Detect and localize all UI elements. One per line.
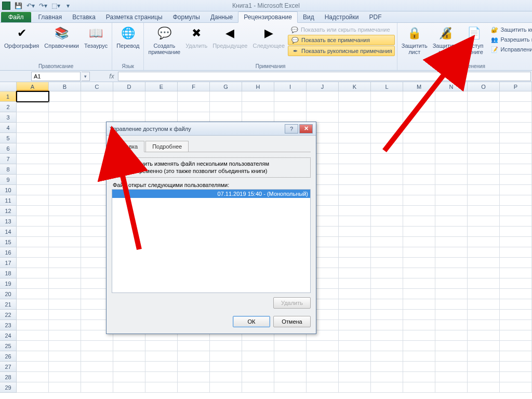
column-header[interactable]: A	[17, 82, 49, 91]
column-header[interactable]: K	[339, 82, 371, 91]
cell[interactable]	[468, 227, 500, 237]
cell[interactable]	[468, 289, 500, 299]
cell[interactable]	[500, 247, 532, 258]
cell[interactable]	[49, 143, 81, 154]
cell[interactable]	[435, 195, 468, 206]
cell[interactable]	[500, 351, 532, 362]
cell[interactable]	[500, 320, 532, 330]
cell[interactable]	[339, 310, 371, 320]
allow-multiuser-row[interactable]: Разрешить изменять файл нескольким польз…	[112, 157, 311, 178]
cell[interactable]	[17, 362, 49, 372]
row-header[interactable]: 15	[0, 237, 17, 247]
cell[interactable]	[500, 143, 532, 154]
cell[interactable]	[500, 258, 532, 268]
cell[interactable]	[468, 310, 500, 320]
cell[interactable]	[468, 382, 500, 393]
cell[interactable]	[210, 362, 242, 372]
allow-multiuser-checkbox[interactable]	[114, 161, 121, 168]
cell[interactable]	[435, 123, 468, 133]
cell[interactable]	[339, 123, 371, 133]
cell[interactable]	[81, 351, 113, 362]
allow-ranges-button[interactable]: 👥Разрешить изм	[488, 35, 532, 44]
cell[interactable]	[371, 382, 403, 393]
row-header[interactable]: 1	[0, 91, 17, 102]
cell[interactable]	[468, 351, 500, 362]
cell[interactable]	[339, 382, 371, 393]
cell[interactable]	[339, 206, 371, 216]
cell[interactable]	[435, 278, 468, 289]
cell[interactable]	[371, 341, 403, 351]
row-header[interactable]: 8	[0, 164, 17, 175]
cell[interactable]	[49, 289, 81, 299]
formula-input[interactable]	[118, 72, 531, 81]
cell[interactable]	[435, 372, 468, 382]
cell[interactable]	[210, 351, 242, 362]
track-changes-button[interactable]: 📝Исправления▾	[488, 45, 532, 54]
cell[interactable]	[468, 91, 500, 102]
cell[interactable]	[371, 143, 403, 154]
cell[interactable]	[403, 372, 435, 382]
cell[interactable]	[339, 143, 371, 154]
cell[interactable]	[274, 382, 307, 393]
cell[interactable]	[339, 91, 371, 102]
cell[interactable]	[500, 123, 532, 133]
cell[interactable]	[339, 175, 371, 185]
cell[interactable]	[371, 206, 403, 216]
cell[interactable]	[49, 133, 81, 143]
cell[interactable]	[403, 310, 435, 320]
show-all-comments-button[interactable]: 💬Показать все примечания	[288, 35, 395, 45]
cell[interactable]	[500, 268, 532, 278]
dialog-titlebar[interactable]: Управление доступом к файлу ? ✕	[107, 122, 316, 136]
cell[interactable]	[17, 112, 49, 123]
column-header[interactable]: G	[210, 82, 242, 91]
row-header[interactable]: 27	[0, 362, 17, 372]
row-header[interactable]: 23	[0, 320, 17, 330]
cell[interactable]	[500, 185, 532, 195]
cell[interactable]	[17, 102, 49, 112]
cell[interactable]	[403, 216, 435, 227]
cell[interactable]	[435, 258, 468, 268]
row-header[interactable]: 18	[0, 268, 17, 278]
cell[interactable]	[435, 382, 468, 393]
tab-file[interactable]: Файл	[1, 12, 31, 22]
tab-layout[interactable]: Разметка страницы	[101, 12, 168, 22]
cell[interactable]	[500, 341, 532, 351]
cell[interactable]	[49, 154, 81, 164]
cell[interactable]	[371, 320, 403, 330]
cell[interactable]	[242, 362, 274, 372]
cell[interactable]	[403, 382, 435, 393]
cell[interactable]	[81, 382, 113, 393]
cell[interactable]	[403, 123, 435, 133]
cell[interactable]	[210, 382, 242, 393]
cell[interactable]	[371, 175, 403, 185]
cell[interactable]	[339, 289, 371, 299]
cell[interactable]	[17, 185, 49, 195]
cell[interactable]	[403, 91, 435, 102]
cell[interactable]	[403, 195, 435, 206]
cell[interactable]	[371, 310, 403, 320]
row-header[interactable]: 24	[0, 330, 17, 341]
cell[interactable]	[17, 216, 49, 227]
cell[interactable]	[435, 112, 468, 123]
column-header[interactable]: B	[49, 82, 81, 91]
ok-button[interactable]: ОК	[233, 316, 270, 327]
protect-workbook-button[interactable]: 🔏Защитить книгу	[431, 24, 461, 56]
cell[interactable]	[339, 351, 371, 362]
cell[interactable]	[49, 278, 81, 289]
cell[interactable]	[339, 102, 371, 112]
cell[interactable]	[468, 112, 500, 123]
cell[interactable]	[468, 330, 500, 341]
cell[interactable]	[500, 289, 532, 299]
cell[interactable]	[339, 258, 371, 268]
cell[interactable]	[307, 351, 339, 362]
cell[interactable]	[274, 91, 307, 102]
cell[interactable]	[403, 112, 435, 123]
cell[interactable]	[403, 289, 435, 299]
cell[interactable]	[49, 382, 81, 393]
cell[interactable]	[274, 362, 307, 372]
cell[interactable]	[339, 268, 371, 278]
cell[interactable]	[339, 341, 371, 351]
cell[interactable]	[468, 185, 500, 195]
cell[interactable]	[468, 237, 500, 247]
cell[interactable]	[403, 278, 435, 289]
